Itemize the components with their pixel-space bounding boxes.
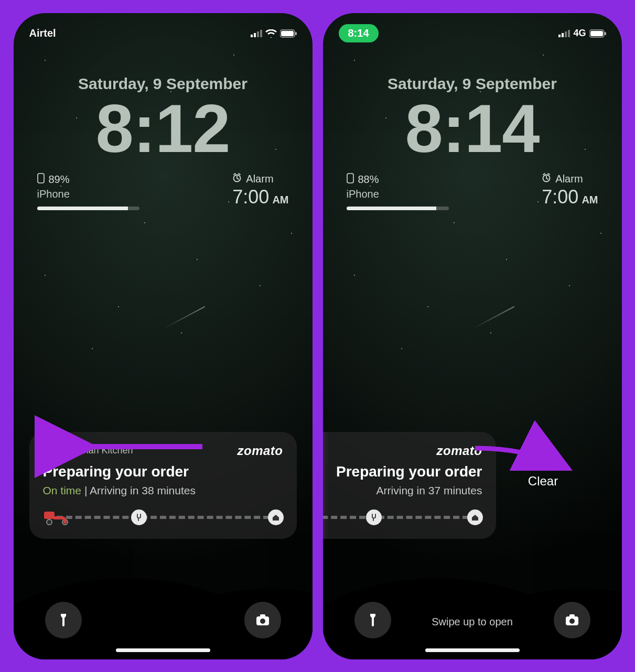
battery-percent: 89%: [49, 174, 70, 186]
restaurant-mark-icon: [366, 510, 382, 525]
svg-rect-21: [590, 31, 603, 36]
annotation-arrow-left: [77, 433, 208, 462]
scooter-icon: [43, 507, 72, 527]
svg-rect-23: [347, 174, 353, 183]
svg-rect-18: [565, 31, 567, 37]
annotation-arrow-right: [470, 443, 575, 476]
card-brand: zomato: [238, 443, 283, 458]
alarm-clock-icon: [542, 173, 551, 185]
home-mark-icon: [268, 510, 284, 525]
card-title: Preparing your order: [43, 463, 283, 480]
battery-bar: [37, 207, 139, 210]
card-eta: Arriving in 38 minutes: [90, 484, 196, 496]
cellular-signal-icon: [251, 30, 262, 37]
delivery-progress: [43, 510, 283, 525]
battery-bar: [347, 207, 449, 210]
delivery-progress: [323, 510, 482, 525]
svg-rect-16: [558, 35, 561, 37]
svg-rect-2: [257, 31, 259, 37]
clear-button[interactable]: Clear: [480, 424, 606, 539]
svg-rect-17: [562, 33, 564, 37]
svg-rect-6: [295, 32, 297, 35]
alarm-widget[interactable]: Alarm 7:00 AM: [542, 173, 598, 210]
shooting-star: [472, 306, 514, 329]
card-eta: Arriving in 37 minutes: [376, 484, 482, 496]
battery-widget[interactable]: 88% iPhone: [347, 173, 462, 210]
home-mark-icon: [467, 510, 483, 525]
alarm-widget[interactable]: Alarm 7:00 AM: [232, 173, 288, 210]
svg-rect-13: [260, 614, 265, 617]
card-title: Preparing your order: [323, 463, 482, 480]
svg-rect-3: [260, 30, 262, 37]
lockscreen-left: Airtel Saturday, 9 September 8:12 8: [14, 13, 313, 659]
svg-rect-0: [251, 35, 253, 37]
status-time-pill[interactable]: 8:14: [339, 24, 379, 42]
widgets-row: 89% iPhone Alarm 7:00 AM: [37, 173, 289, 210]
svg-point-14: [260, 619, 265, 624]
cellular-signal-icon: [558, 30, 570, 37]
alarm-label: Alarm: [246, 173, 273, 185]
battery-device: iPhone: [37, 188, 153, 200]
svg-rect-22: [605, 32, 606, 35]
alarm-time: 7:00: [542, 186, 578, 208]
status-bar: Airtel: [14, 26, 313, 41]
phone-icon: [347, 173, 354, 186]
lock-time: 8:12: [14, 89, 313, 168]
restaurant-mark-icon: [131, 510, 147, 525]
home-indicator[interactable]: [116, 648, 210, 652]
home-indicator[interactable]: [425, 648, 520, 652]
battery-percent: 88%: [358, 174, 379, 186]
carrier-label: Airtel: [29, 27, 56, 39]
camera-button[interactable]: [244, 602, 281, 638]
network-label: 4G: [573, 28, 586, 39]
battery-widget[interactable]: 89% iPhone: [37, 173, 153, 210]
status-bar: 8:14 4G: [323, 26, 622, 41]
alarm-time: 7:00: [232, 186, 269, 208]
wifi-icon: [265, 29, 277, 38]
battery-icon: [589, 29, 606, 38]
svg-rect-9: [44, 512, 55, 519]
widgets-row: 88% iPhone Alarm 7:00 AM: [347, 173, 598, 210]
alarm-clock-icon: [232, 173, 242, 185]
battery-icon: [280, 29, 297, 38]
shooting-star: [163, 306, 205, 329]
alarm-ampm: AM: [582, 194, 598, 206]
svg-rect-7: [38, 174, 44, 183]
flashlight-button[interactable]: [45, 602, 82, 638]
svg-rect-1: [254, 33, 256, 37]
phone-icon: [37, 173, 45, 186]
svg-rect-5: [281, 31, 294, 36]
svg-point-10: [47, 519, 52, 525]
svg-rect-19: [568, 30, 570, 37]
lock-time: 8:14: [323, 89, 622, 168]
card-status: On time: [43, 484, 82, 496]
lockscreen-right: 8:14 4G Saturday, 9 September 8:14 88%: [323, 13, 622, 659]
alarm-ampm: AM: [272, 194, 288, 206]
swipe-hint: Swipe up to open: [323, 616, 622, 628]
alarm-label: Alarm: [555, 173, 583, 185]
battery-device: iPhone: [347, 188, 462, 200]
